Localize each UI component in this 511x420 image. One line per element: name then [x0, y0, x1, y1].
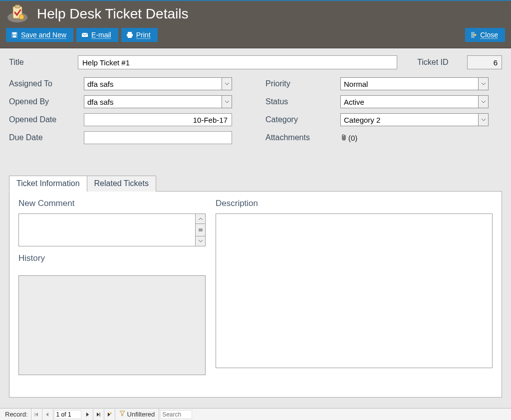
chevron-down-icon[interactable] — [478, 96, 488, 108]
ticket-id-label: Ticket ID — [417, 58, 452, 67]
assigned-to-label: Assigned To — [9, 79, 84, 88]
close-label: Close — [480, 31, 498, 39]
record-search-input[interactable] — [160, 410, 192, 419]
attachments-label: Attachments — [265, 133, 340, 142]
title-label: Title — [9, 58, 63, 67]
ticket-id-value — [467, 55, 502, 69]
history-label: History — [18, 253, 206, 263]
new-comment-box — [18, 213, 206, 246]
nav-last-button[interactable] — [93, 409, 104, 420]
opened-by-value: dfa safs — [84, 96, 222, 108]
priority-label: Priority — [265, 79, 340, 88]
header: Help Desk Ticket Details Save and New E-… — [0, 1, 511, 48]
nav-first-button[interactable] — [31, 409, 42, 420]
record-navigation-bar: Record: ✱ Unfiltered — [0, 408, 511, 420]
due-date-input[interactable] — [84, 131, 232, 144]
filter-indicator[interactable]: Unfiltered — [115, 409, 160, 420]
print-icon — [126, 31, 133, 38]
comment-spin — [195, 214, 205, 246]
category-combo[interactable]: Category 2 — [340, 113, 489, 126]
nav-new-record-button[interactable]: ✱ — [104, 409, 115, 420]
save-and-new-button[interactable]: Save and New — [6, 28, 73, 42]
description-box[interactable] — [216, 213, 493, 368]
svg-text:✱: ✱ — [110, 412, 112, 415]
opened-date-label: Opened Date — [9, 115, 84, 124]
title-input[interactable] — [78, 55, 397, 69]
assigned-to-value: dfa safs — [84, 78, 222, 90]
record-label: Record: — [2, 409, 31, 420]
clipboard-icon — [6, 4, 29, 24]
mail-icon — [81, 31, 88, 38]
filter-label: Unfiltered — [127, 411, 155, 418]
spin-up-button[interactable] — [196, 214, 205, 224]
priority-value: Normal — [341, 78, 478, 90]
nav-next-button[interactable] — [82, 409, 93, 420]
tab-related-tickets[interactable]: Related Tickets — [87, 176, 156, 192]
status-combo[interactable]: Active — [340, 95, 489, 108]
new-comment-textarea[interactable] — [19, 214, 195, 246]
spin-down-button[interactable] — [196, 236, 205, 246]
email-button[interactable]: E-mail — [76, 28, 118, 42]
paperclip-icon — [340, 133, 347, 143]
svg-rect-8 — [128, 32, 132, 34]
email-label: E-mail — [91, 31, 111, 39]
nav-prev-button[interactable] — [42, 409, 53, 420]
toolbar: Save and New E-mail Print Close — [6, 28, 505, 42]
svg-point-3 — [19, 14, 24, 19]
status-value: Active — [341, 96, 478, 108]
door-close-icon — [470, 31, 477, 38]
description-label: Description — [216, 199, 493, 209]
save-icon — [11, 31, 18, 38]
close-button[interactable]: Close — [465, 28, 505, 42]
status-label: Status — [265, 97, 340, 106]
opened-by-combo[interactable]: dfa safs — [84, 95, 232, 108]
category-label: Category — [265, 115, 340, 124]
new-comment-label: New Comment — [18, 199, 206, 209]
tab-ticket-information[interactable]: Ticket Information — [9, 176, 87, 192]
opened-date-input[interactable] — [84, 113, 232, 126]
funnel-icon — [119, 411, 125, 418]
chevron-down-icon[interactable] — [478, 114, 488, 126]
print-button[interactable]: Print — [121, 28, 158, 42]
tab-panel-ticket-information: New Comment History Description — [9, 191, 502, 398]
tabs-region: Ticket Information Related Tickets New C… — [9, 175, 502, 398]
opened-by-label: Opened By — [9, 97, 84, 106]
print-label: Print — [136, 31, 151, 39]
record-position-input[interactable] — [54, 410, 81, 419]
assigned-to-combo[interactable]: dfa safs — [84, 77, 232, 90]
category-value: Category 2 — [341, 114, 478, 126]
save-and-new-label: Save and New — [21, 31, 66, 39]
chevron-down-icon[interactable] — [478, 78, 488, 90]
svg-rect-6 — [13, 35, 16, 37]
page-title: Help Desk Ticket Details — [37, 6, 188, 22]
chevron-down-icon[interactable] — [222, 96, 232, 108]
svg-rect-10 — [128, 36, 132, 38]
svg-rect-2 — [15, 5, 20, 8]
attachments-count: (0) — [348, 134, 357, 142]
chevron-down-icon[interactable] — [222, 78, 232, 90]
form-content: Title Ticket ID Assigned To dfa safs Ope… — [0, 48, 511, 410]
priority-combo[interactable]: Normal — [340, 77, 489, 90]
history-box — [18, 275, 206, 375]
attachments-control[interactable]: (0) — [340, 133, 357, 143]
due-date-label: Due Date — [9, 133, 84, 142]
svg-rect-5 — [12, 32, 16, 34]
spin-grip-icon[interactable] — [196, 224, 205, 236]
